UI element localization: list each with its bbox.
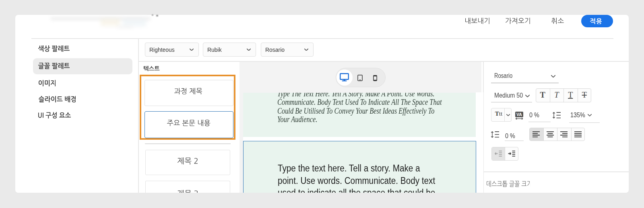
svg-text:VA: VA xyxy=(516,112,522,117)
